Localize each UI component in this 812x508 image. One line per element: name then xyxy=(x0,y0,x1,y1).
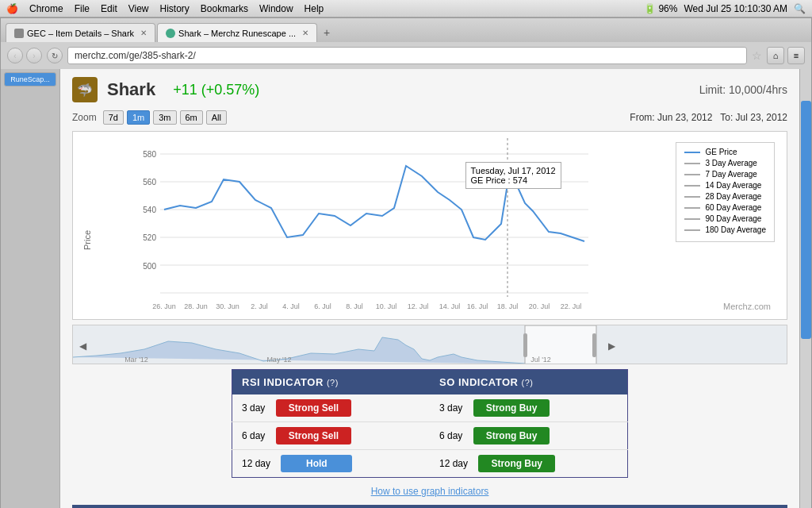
item-change: +11 (+0.57%) xyxy=(173,82,259,98)
legend-line-14day xyxy=(684,185,700,187)
chart-inner: Price 580 560 540 520 xyxy=(77,138,783,313)
svg-text:Mar '12: Mar '12 xyxy=(124,356,148,364)
tab-2-label: Shark – Merchz Runescape ... xyxy=(178,29,296,38)
url-bar[interactable] xyxy=(67,47,747,64)
indicators-section: RSI INDICATOR (?) SO INDICATOR (?) xyxy=(72,369,787,478)
item-header: 🦈 Shark +11 (+0.57%) Limit: 10,000/4hrs xyxy=(72,77,787,102)
legend-label-90day: 90 Day Average xyxy=(705,214,761,223)
reload-button[interactable]: ↻ xyxy=(47,48,63,64)
zoom-all[interactable]: All xyxy=(206,110,227,125)
zoom-3m[interactable]: 3m xyxy=(153,110,176,125)
zoom-label: Zoom xyxy=(72,112,97,123)
legend-label-180day: 180 Day Average xyxy=(705,225,766,234)
search-icon[interactable]: 🔍 xyxy=(794,3,806,14)
so-signal-3: Strong Buy xyxy=(478,455,555,472)
apple-menu[interactable]: 🍎 xyxy=(6,3,18,14)
zoom-1m[interactable]: 1m xyxy=(127,110,150,125)
menu-bar: 🍎 Chrome File Edit View History Bookmark… xyxy=(0,0,812,17)
legend-ge-price: GE Price xyxy=(684,148,766,156)
legend-line-3day xyxy=(684,163,700,164)
menu-view[interactable]: View xyxy=(128,3,149,14)
so-period-3: 12 day xyxy=(439,458,468,469)
menu-help[interactable]: Help xyxy=(304,3,324,14)
bookmark-star[interactable]: ☆ xyxy=(752,49,762,62)
legend-line-90day xyxy=(684,218,700,220)
price-chart: 580 560 540 520 500 26. Jun xyxy=(97,138,699,313)
from-label: From: xyxy=(630,112,654,123)
menu-chrome[interactable]: Chrome xyxy=(29,3,63,14)
svg-text:8. Jul: 8. Jul xyxy=(346,302,363,310)
zoom-6m[interactable]: 6m xyxy=(180,110,203,125)
mini-chart[interactable]: Mar '12 May '12 Jul '12 ◀ ▶ xyxy=(72,325,787,364)
tab-1-close[interactable]: ✕ xyxy=(140,29,147,37)
svg-text:2. Jul: 2. Jul xyxy=(251,302,268,310)
chart-tooltip: Tuesday, Jul 17, 2012 GE Price : 574 xyxy=(465,162,561,189)
menu-bookmarks[interactable]: Bookmarks xyxy=(201,3,248,14)
legend-line-ge xyxy=(684,152,700,153)
new-tab-button[interactable]: + xyxy=(319,23,335,42)
svg-text:May '12: May '12 xyxy=(266,356,291,364)
back-button[interactable]: ‹ xyxy=(7,48,23,64)
tab-1-label: GEC – Item Details – Shark xyxy=(27,29,134,38)
legend-label-ge: GE Price xyxy=(705,148,737,156)
so-signal-2: Strong Buy xyxy=(473,427,550,444)
scroll-thumb[interactable] xyxy=(801,101,811,339)
indicators-header: RSI INDICATOR (?) SO INDICATOR (?) xyxy=(232,370,628,395)
tab-bar: GEC – Item Details – Shark ✕ Shark – Mer… xyxy=(1,18,811,42)
svg-text:12. Jul: 12. Jul xyxy=(408,302,429,310)
how-to-link[interactable]: How to use graph indicators xyxy=(72,486,787,497)
battery-indicator: 🔋 96% xyxy=(644,3,677,14)
svg-text:500: 500 xyxy=(143,262,156,271)
home-button[interactable]: ⌂ xyxy=(767,47,784,64)
item-name: Shark xyxy=(107,79,155,100)
chart-legend: GE Price 3 Day Average 7 Day Average xyxy=(676,142,775,242)
legend-label-60day: 60 Day Average xyxy=(705,203,761,212)
tab-2[interactable]: Shark – Merchz Runescape ... ✕ xyxy=(157,23,317,42)
legend-label-28day: 28 Day Average xyxy=(705,192,761,201)
svg-text:14. Jul: 14. Jul xyxy=(439,302,461,310)
svg-text:4. Jul: 4. Jul xyxy=(282,302,300,310)
menu-edit[interactable]: Edit xyxy=(101,3,117,14)
legend-14day: 14 Day Average xyxy=(684,181,766,190)
extensions-button[interactable]: ≡ xyxy=(787,47,805,64)
so-header: SO INDICATOR (?) xyxy=(430,370,628,395)
chart-container: Price 580 560 540 520 xyxy=(72,131,787,320)
tab-1[interactable]: GEC – Item Details – Shark ✕ xyxy=(6,23,155,42)
menu-history[interactable]: History xyxy=(160,3,190,14)
legend-label-3day: 3 Day Average xyxy=(705,159,756,167)
svg-rect-32 xyxy=(523,333,527,357)
rsi-header: RSI INDICATOR (?) xyxy=(232,370,431,395)
so-signal-1: Strong Buy xyxy=(473,399,550,417)
main-layout: RuneScap... 🦈 Shark +11 (+0.57%) Limit: … xyxy=(1,69,811,508)
svg-text:18. Jul: 18. Jul xyxy=(497,302,519,310)
legend-line-180day xyxy=(684,229,700,231)
svg-text:10. Jul: 10. Jul xyxy=(376,302,397,310)
datetime: Wed Jul 25 10:10:30 AM xyxy=(684,3,787,14)
so-period-1: 3 day xyxy=(439,402,462,414)
watermark: Merchz.com xyxy=(723,302,771,311)
legend-180day: 180 Day Average xyxy=(684,225,766,234)
from-date: Jun 23, 2012 xyxy=(657,112,712,123)
rsi-period-3: 12 day xyxy=(242,458,270,469)
mini-chart-svg: Mar '12 May '12 Jul '12 ◀ ▶ xyxy=(73,325,787,364)
tab-favicon-1 xyxy=(14,29,24,38)
svg-text:26. Jun: 26. Jun xyxy=(152,302,176,310)
forward-button[interactable]: › xyxy=(26,48,42,64)
scroll-bar[interactable] xyxy=(799,69,811,508)
svg-text:28. Jun: 28. Jun xyxy=(184,302,208,310)
svg-text:560: 560 xyxy=(143,178,156,187)
menu-window[interactable]: Window xyxy=(259,3,293,14)
tab-2-close[interactable]: ✕ xyxy=(302,29,308,37)
rsi-signal-3: Hold xyxy=(281,455,352,472)
svg-text:540: 540 xyxy=(143,206,156,214)
tab-favicon-2 xyxy=(166,29,175,38)
menu-file[interactable]: File xyxy=(75,3,90,14)
legend-28day: 28 Day Average xyxy=(684,192,766,201)
legend-line-60day xyxy=(684,207,700,209)
svg-text:6. Jul: 6. Jul xyxy=(314,302,331,310)
y-axis-label: Price xyxy=(82,230,92,250)
sidebar: RuneScap... xyxy=(1,69,60,508)
legend-label-7day: 7 Day Average xyxy=(705,170,756,179)
zoom-7d[interactable]: 7d xyxy=(103,110,124,125)
sidebar-runescape[interactable]: RuneScap... xyxy=(4,72,56,87)
